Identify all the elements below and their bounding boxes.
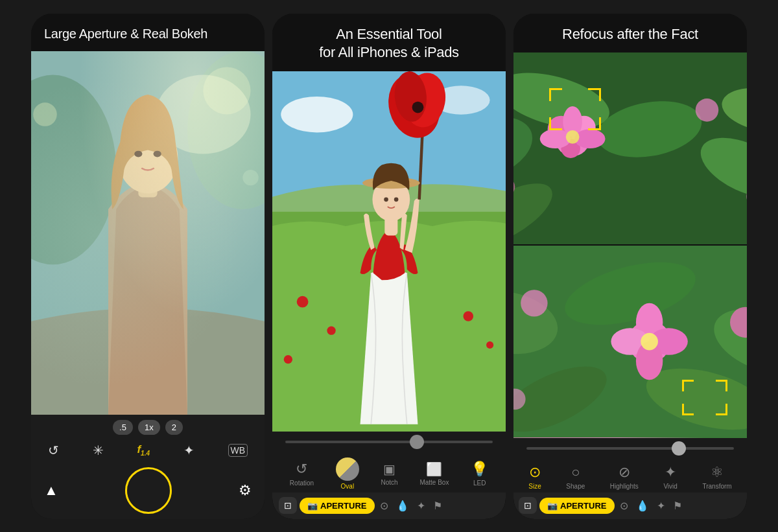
expand-icon-3[interactable]: ✦: [653, 496, 669, 515]
led-label: LED: [473, 480, 486, 487]
filter-transform[interactable]: ⚛ Transform: [702, 464, 731, 490]
filter-size[interactable]: ⊙ Size: [528, 464, 541, 490]
screen3: Refocus after the Fact: [513, 14, 747, 519]
led-icon: 💡: [471, 461, 488, 478]
rotate-icon[interactable]: ↺: [48, 443, 59, 458]
filter-led[interactable]: 💡 LED: [471, 461, 488, 487]
filter-icons-row: ↺ Rotation Oval ▣ Notch ⬜ Matte Box 💡 LE…: [272, 452, 506, 492]
control-icons-row: ↺ ✳ f1.4 ✦ WB: [31, 443, 265, 458]
screen3-bottom-toolbar: ⊡ 📷 APERTURE ⊙ 💧 ✦ ⚑: [513, 492, 747, 519]
flag-icon-3[interactable]: ⚑: [669, 496, 686, 515]
screen2-title: An Essential Tool for All iPhones & iPad…: [272, 14, 506, 71]
screen2: An Essential Tool for All iPhones & iPad…: [272, 14, 506, 519]
arrow-up-icon[interactable]: ▲: [44, 482, 58, 499]
filter-shape[interactable]: ○ Shape: [566, 464, 585, 490]
slider-track-3[interactable]: [526, 447, 734, 450]
vivid-icon: ✦: [665, 464, 676, 481]
screen1: Large Aperture & Real Bokeh: [31, 14, 265, 519]
screen3-title: Refocus after the Fact: [513, 14, 747, 53]
mattebox-icon: ⬜: [426, 461, 442, 477]
screen2-photo: [272, 71, 506, 432]
light-icon[interactable]: 💧: [392, 496, 413, 515]
aperture-f-icon[interactable]: f1.4: [137, 443, 150, 457]
svg-point-20: [284, 355, 292, 364]
svg-point-30: [394, 197, 399, 202]
settings-icon[interactable]: ⚙: [239, 482, 252, 499]
aperture-camera-icon-3: 📷: [547, 501, 558, 511]
svg-point-13: [281, 97, 353, 133]
size-icon: ⊙: [529, 464, 541, 481]
woman-flower-svg: [272, 71, 506, 432]
transform-label: Transform: [702, 483, 731, 490]
flower-photo-bottom: [513, 246, 747, 437]
filter-vivid[interactable]: ✦ Vivid: [663, 464, 678, 490]
film-icon-3[interactable]: ⊙: [616, 496, 632, 515]
screen1-photo: [31, 51, 265, 415]
size-label: Size: [528, 483, 541, 490]
svg-point-29: [384, 197, 388, 202]
screen3-photos: [513, 52, 747, 437]
crop-btn-3[interactable]: ⊡: [519, 497, 537, 514]
flower-photo-top: [513, 52, 747, 244]
expand-icon[interactable]: ✦: [413, 496, 429, 515]
filter-mattebox[interactable]: ⬜ Matte Box: [419, 461, 449, 486]
highlights-label: Highlights: [610, 483, 639, 490]
filter-icons-row3: ⊙ Size ○ Shape ⊘ Highlights ✦ Vivid ⚛ Tr…: [513, 459, 747, 492]
filter-highlights[interactable]: ⊘ Highlights: [610, 464, 639, 490]
transform-icon: ⚛: [711, 464, 724, 481]
svg-point-44: [540, 130, 571, 149]
svg-point-43: [574, 130, 605, 149]
shape-icon: ○: [571, 464, 580, 481]
zoom-05[interactable]: .5: [113, 420, 133, 435]
slider-track[interactable]: [285, 441, 493, 443]
shape-label: Shape: [566, 483, 585, 490]
notch-label: Notch: [381, 479, 398, 486]
screenshots-container: Large Aperture & Real Bokeh: [18, 1, 760, 532]
aperture-btn[interactable]: 📷 APERTURE: [300, 498, 375, 514]
top-flower-svg: [513, 52, 747, 244]
shutter-button[interactable]: [125, 467, 172, 514]
rotation-label: Rotation: [290, 480, 314, 487]
svg-point-16: [297, 296, 309, 308]
svg-point-61: [521, 290, 547, 316]
svg-point-17: [327, 326, 335, 334]
aperture-camera-icon: 📷: [307, 501, 318, 511]
svg-point-60: [641, 333, 658, 351]
svg-point-45: [566, 130, 580, 144]
svg-point-25: [412, 101, 424, 113]
filter-rotation[interactable]: ↺ Rotation: [290, 461, 314, 487]
aperture-btn-3[interactable]: 📷 APERTURE: [539, 498, 615, 514]
screen2-slider: [272, 432, 506, 452]
screen2-bottom-toolbar: ⊡ 📷 APERTURE ⊙ 💧 ✦ ⚑: [272, 492, 506, 519]
shutter-row: ▲ ⚙: [31, 467, 265, 519]
focus-bracket-top: [549, 88, 601, 130]
wb-icon[interactable]: WB: [228, 444, 248, 457]
brightness-icon[interactable]: ✦: [183, 443, 194, 458]
light-icon-3[interactable]: 💧: [632, 496, 653, 515]
slider-thumb-3[interactable]: [672, 441, 686, 456]
filter-notch[interactable]: ▣ Notch: [381, 461, 398, 486]
zoom-2x[interactable]: 2: [165, 420, 183, 435]
slider-thumb[interactable]: [410, 435, 424, 449]
screen1-title: Large Aperture & Real Bokeh: [31, 14, 265, 51]
zoom-1x[interactable]: 1x: [138, 420, 160, 435]
filter-oval[interactable]: Oval: [336, 457, 359, 490]
film-icon[interactable]: ⊙: [376, 496, 392, 515]
highlights-icon: ⊘: [619, 464, 630, 481]
oval-label: Oval: [341, 483, 355, 490]
focus-bracket-bottom: [682, 380, 727, 415]
zoom-pills: .5 1x 2: [31, 420, 265, 435]
screen3-slider: [513, 438, 747, 459]
rotation-icon: ↺: [296, 461, 307, 478]
bokeh-overlay: [31, 51, 265, 415]
oval-icon: [336, 457, 359, 481]
crop-btn[interactable]: ⊡: [279, 497, 297, 514]
flash-icon[interactable]: ✳: [93, 443, 104, 458]
flag-icon[interactable]: ⚑: [429, 496, 446, 515]
svg-point-18: [463, 311, 473, 321]
svg-point-19: [486, 341, 493, 349]
svg-point-46: [696, 98, 719, 122]
mattebox-label: Matte Box: [419, 479, 449, 486]
notch-icon: ▣: [383, 461, 395, 477]
vivid-label: Vivid: [663, 483, 678, 490]
